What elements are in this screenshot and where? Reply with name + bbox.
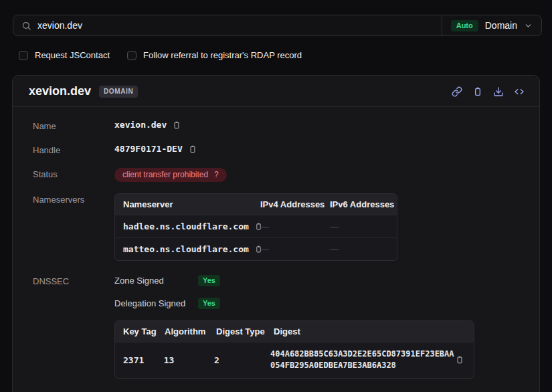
download-icon[interactable] (493, 86, 504, 97)
search-icon (21, 21, 31, 31)
copy-record-icon[interactable] (472, 86, 483, 97)
zone-signed-row: Zone Signed Yes (114, 275, 474, 286)
ipv6-empty: — (330, 244, 397, 254)
copy-icon[interactable] (172, 120, 181, 130)
field-nameservers: Nameservers Nameserver IPv4 Addresses IP… (33, 193, 523, 261)
header-algorithm: Algorithm (165, 326, 216, 336)
field-name: Name xevion.dev (33, 120, 523, 131)
follow-referral-label: Follow referral to registrar's RDAP reco… (143, 50, 302, 60)
card-actions (452, 86, 525, 97)
nameserver-host: hadlee.ns.cloudflare.com (123, 221, 249, 231)
object-type-badge: DOMAIN (99, 86, 138, 98)
view-source-icon[interactable] (514, 86, 525, 97)
header-digest: Digest (274, 326, 474, 336)
key-tag-value: 2371 (115, 355, 164, 365)
dnssec-table-header: Key Tag Algorithm Digest Type Digest (115, 321, 474, 342)
search-input-wrap (13, 15, 442, 35)
status-text: client transfer prohibited (122, 171, 208, 179)
jscontact-checkbox[interactable] (19, 51, 28, 60)
record-type-label: Domain (485, 20, 517, 31)
field-dnssec: DNSSEC Zone Signed Yes Delegation Signed… (33, 275, 523, 379)
search-input[interactable] (37, 20, 434, 31)
status-label: Status (33, 168, 114, 179)
card-header: xevion.dev DOMAIN (13, 76, 539, 107)
delegation-signed-label: Delegation Signed (114, 298, 198, 308)
option-follow-referral[interactable]: Follow referral to registrar's RDAP reco… (127, 50, 302, 60)
option-request-jscontact[interactable]: Request JSContact (19, 50, 110, 60)
name-label: Name (33, 120, 114, 131)
nameservers-table: Nameserver IPv4 Addresses IPv6 Addresses… (114, 193, 397, 261)
zone-signed-badge: Yes (198, 275, 220, 286)
handle-value: 4879F0171-DEV (114, 144, 183, 154)
auto-badge: Auto (451, 20, 478, 31)
handle-label: Handle (33, 144, 114, 155)
dnssec-table: Key Tag Algorithm Digest Type Digest 237… (114, 320, 474, 379)
chevron-down-icon (524, 21, 533, 30)
record-type-select[interactable]: Auto Domain (442, 15, 541, 35)
domain-result-card: xevion.dev DOMAIN Name xevion.dev (12, 75, 540, 392)
header-ipv6: IPv6 Addresses (330, 199, 397, 209)
copy-icon[interactable] (455, 355, 464, 365)
header-ipv4: IPv4 Addresses (260, 199, 330, 209)
ipv4-empty: — (260, 244, 330, 254)
nameserver-host: matteo.ns.cloudflare.com (123, 244, 249, 254)
ipv4-empty: — (260, 221, 330, 231)
algorithm-value: 13 (164, 355, 214, 365)
name-value: xevion.dev (114, 120, 167, 130)
zone-signed-label: Zone Signed (114, 276, 198, 286)
nameservers-label: Nameservers (33, 193, 114, 205)
status-badge: client transfer prohibited ? (114, 168, 227, 182)
search-bar: Auto Domain (13, 15, 542, 36)
options-row: Request JSContact Follow referral to reg… (19, 50, 552, 60)
status-help-icon[interactable]: ? (214, 171, 219, 179)
header-key-tag: Key Tag (115, 326, 165, 336)
delegation-signed-badge: Yes (198, 298, 220, 309)
dnssec-label: DNSSEC (33, 275, 114, 286)
field-handle: Handle 4879F0171-DEV (33, 144, 523, 155)
nameservers-table-header: Nameserver IPv4 Addresses IPv6 Addresses (115, 194, 397, 215)
delegation-signed-row: Delegation Signed Yes (114, 298, 474, 309)
copy-icon[interactable] (188, 144, 197, 154)
header-nameserver: Nameserver (115, 199, 260, 209)
digest-type-value: 2 (214, 355, 270, 365)
digest-value: 404A682BB85C63A3D2E2E65CD87391EF23EBAA05… (270, 349, 455, 372)
table-row: 2371 13 2 404A682BB85C63A3D2E2E65CD87391… (115, 342, 474, 378)
table-row: hadlee.ns.cloudflare.com — — (115, 215, 397, 237)
permalink-icon[interactable] (452, 86, 462, 97)
domain-title: xevion.dev (29, 84, 91, 98)
jscontact-label: Request JSContact (35, 50, 110, 60)
header-digest-type: Digest Type (216, 326, 274, 336)
field-status: Status client transfer prohibited ? (33, 168, 523, 182)
table-row: matteo.ns.cloudflare.com — — (115, 237, 397, 260)
ipv6-empty: — (330, 221, 397, 231)
follow-referral-checkbox[interactable] (127, 51, 136, 60)
